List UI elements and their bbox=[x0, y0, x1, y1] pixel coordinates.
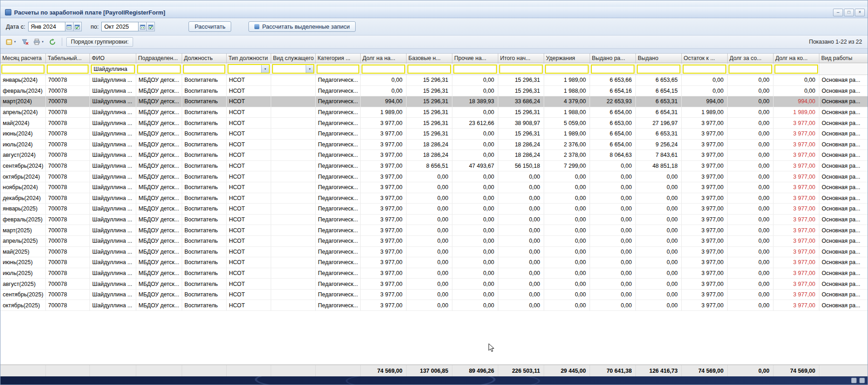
filter-input[interactable] bbox=[453, 65, 497, 74]
filter-input[interactable] bbox=[545, 65, 589, 74]
filter-input-fio[interactable] bbox=[91, 65, 135, 74]
table-cell: 6 653,65 bbox=[636, 75, 682, 85]
table-row[interactable]: июль(2024)700078Шайдуллина ...МБДОУ детс… bbox=[0, 140, 868, 150]
column-header[interactable]: Долг на на... bbox=[361, 54, 407, 63]
combo-dropdown-button[interactable]: ▼ bbox=[261, 65, 269, 73]
table-cell: НСОТ bbox=[227, 150, 271, 160]
table-row[interactable]: сентябрь(2025)700078Шайдуллина ...МБДОУ … bbox=[0, 290, 868, 300]
statusbar-icon-1[interactable] bbox=[851, 378, 857, 383]
statusbar-icon-2[interactable] bbox=[859, 378, 865, 383]
table-cell: Шайдуллина ... bbox=[90, 161, 136, 171]
minimize-button[interactable]: – bbox=[833, 9, 843, 16]
filter-input[interactable] bbox=[362, 65, 405, 74]
table-row[interactable]: ноябрь(2024)700078Шайдуллина ...МБДОУ де… bbox=[0, 182, 868, 193]
table-cell: 3 977,00 bbox=[774, 215, 819, 225]
export-button[interactable]: ▼ bbox=[4, 37, 18, 47]
filter-input[interactable] bbox=[683, 65, 726, 74]
column-header[interactable]: Месяц расчета bbox=[0, 54, 46, 63]
filter-combo[interactable]: ▼ bbox=[272, 64, 314, 74]
column-header[interactable]: Итого нач... bbox=[498, 54, 544, 63]
date-from-picker-button[interactable] bbox=[74, 22, 82, 31]
table-cell: 0,00 bbox=[544, 300, 590, 310]
table-cell: НСОТ bbox=[227, 75, 271, 85]
table-cell: 15 296,31 bbox=[407, 107, 452, 118]
table-row[interactable]: февраль(2025)700078Шайдуллина ...МБДОУ д… bbox=[0, 215, 868, 225]
column-header[interactable]: Выдано bbox=[636, 54, 682, 63]
filter-input[interactable] bbox=[774, 65, 818, 74]
export-dropdown-caret[interactable]: ▼ bbox=[14, 40, 16, 43]
column-header[interactable]: Долг за со... bbox=[728, 54, 774, 63]
table-row[interactable]: май(2024)700078Шайдуллина ...МБДОУ детск… bbox=[0, 118, 868, 129]
table-row[interactable]: январь(2024)700078Шайдуллина ...МБДОУ де… bbox=[0, 75, 868, 86]
filter-input[interactable] bbox=[317, 65, 359, 74]
filter-input[interactable] bbox=[47, 65, 89, 74]
filter-input[interactable] bbox=[1, 65, 45, 74]
table-cell: Основная ра... bbox=[819, 118, 868, 128]
table-cell: 0,00 bbox=[636, 257, 682, 268]
filter-input[interactable] bbox=[183, 65, 225, 74]
date-from-input[interactable] bbox=[28, 22, 65, 31]
combo-dropdown-button[interactable]: ▼ bbox=[306, 65, 313, 73]
date-to-input[interactable] bbox=[101, 22, 139, 31]
filter-input[interactable] bbox=[729, 65, 772, 74]
restore-button[interactable]: □ bbox=[844, 9, 854, 16]
table-row[interactable]: апрель(2024)700078Шайдуллина ...МБДОУ де… bbox=[0, 107, 868, 118]
close-button[interactable]: × bbox=[855, 9, 865, 16]
column-header[interactable]: Тип должности bbox=[227, 54, 271, 63]
filter-input[interactable] bbox=[137, 65, 181, 74]
date-to-picker-button[interactable] bbox=[147, 22, 155, 31]
table-row[interactable]: октябрь(2024)700078Шайдуллина ...МБДОУ д… bbox=[0, 171, 868, 182]
filter-input[interactable] bbox=[637, 65, 680, 74]
date-from-calendar-button[interactable] bbox=[65, 22, 74, 31]
table-row[interactable]: март(2024)700078Шайдуллина ...МБДОУ детс… bbox=[0, 96, 868, 107]
table-row[interactable]: август(2024)700078Шайдуллина ...МБДОУ де… bbox=[0, 150, 868, 161]
column-header[interactable]: Базовые н... bbox=[407, 54, 452, 63]
table-row[interactable]: май(2025)700078Шайдуллина ...МБДОУ детск… bbox=[0, 247, 868, 258]
column-header[interactable]: Удержания bbox=[544, 54, 590, 63]
table-row[interactable]: декабрь(2024)700078Шайдуллина ...МБДОУ д… bbox=[0, 193, 868, 204]
column-header[interactable]: Категория ... bbox=[316, 54, 361, 63]
calculate-button[interactable]: Рассчитать bbox=[188, 21, 231, 32]
table-cell: НСОТ bbox=[227, 86, 271, 96]
date-to-calendar-button[interactable] bbox=[139, 22, 147, 31]
column-header[interactable]: Вид служащего bbox=[271, 54, 316, 63]
column-header[interactable]: Прочие на... bbox=[452, 54, 498, 63]
column-header[interactable]: Подразделен... bbox=[136, 54, 182, 63]
table-cell: 0,00 bbox=[590, 171, 636, 182]
total-cell bbox=[136, 365, 182, 376]
refresh-button[interactable] bbox=[47, 37, 58, 47]
table-cell: 0,00 bbox=[407, 171, 452, 182]
filter-input[interactable] bbox=[407, 65, 451, 74]
table-row[interactable]: июнь(2024)700078Шайдуллина ...МБДОУ детс… bbox=[0, 129, 868, 140]
print-button[interactable]: ▼ bbox=[32, 37, 46, 47]
table-row[interactable]: январь(2025)700078Шайдуллина ...МБДОУ де… bbox=[0, 204, 868, 215]
table-row[interactable]: сентябрь(2024)700078Шайдуллина ...МБДОУ … bbox=[0, 161, 868, 172]
table-cell: 15 296,31 bbox=[407, 75, 452, 85]
column-header[interactable]: Долг на ко... bbox=[774, 54, 819, 63]
table-row[interactable]: июнь(2025)700078Шайдуллина ...МБДОУ детс… bbox=[0, 257, 868, 268]
column-header[interactable]: Табельный... bbox=[46, 54, 90, 63]
table-cell: 3 977,00 bbox=[361, 290, 407, 300]
filter-input[interactable] bbox=[499, 65, 543, 74]
clear-filter-button[interactable] bbox=[20, 37, 30, 47]
filter-input[interactable] bbox=[591, 65, 635, 74]
total-cell: 226 503,11 bbox=[498, 365, 544, 376]
table-row[interactable]: октябрь(2025)700078Шайдуллина ...МБДОУ д… bbox=[0, 300, 868, 311]
table-row[interactable]: февраль(2024)700078Шайдуллина ...МБДОУ д… bbox=[0, 86, 868, 97]
grouping-order-button[interactable]: Порядок группировки: bbox=[66, 37, 133, 47]
column-header[interactable]: Остаток к ... bbox=[682, 54, 728, 63]
column-header[interactable]: Должность bbox=[182, 54, 227, 63]
table-row[interactable]: август(2025)700078Шайдуллина ...МБДОУ де… bbox=[0, 279, 868, 290]
table-row[interactable]: апрель(2025)700078Шайдуллина ...МБДОУ де… bbox=[0, 236, 868, 247]
print-dropdown-caret[interactable]: ▼ bbox=[41, 40, 44, 43]
titlebar[interactable]: Расчеты по заработной плате [PayrollRegi… bbox=[0, 7, 868, 18]
table-row[interactable]: март(2025)700078Шайдуллина ...МБДОУ детс… bbox=[0, 225, 868, 236]
filter-combo[interactable]: ▼ bbox=[228, 64, 270, 74]
column-header[interactable]: Выдано ра... bbox=[590, 54, 636, 63]
date-from-label: Дата с: bbox=[6, 23, 25, 30]
calculate-selected-button[interactable]: Рассчитать выделенные записи bbox=[248, 21, 356, 32]
column-header[interactable]: ФИО bbox=[90, 54, 136, 63]
table-row[interactable]: июль(2025)700078Шайдуллина ...МБДОУ детс… bbox=[0, 268, 868, 279]
total-cell: 70 641,38 bbox=[590, 365, 636, 376]
column-header[interactable]: Вид работы bbox=[819, 54, 868, 63]
